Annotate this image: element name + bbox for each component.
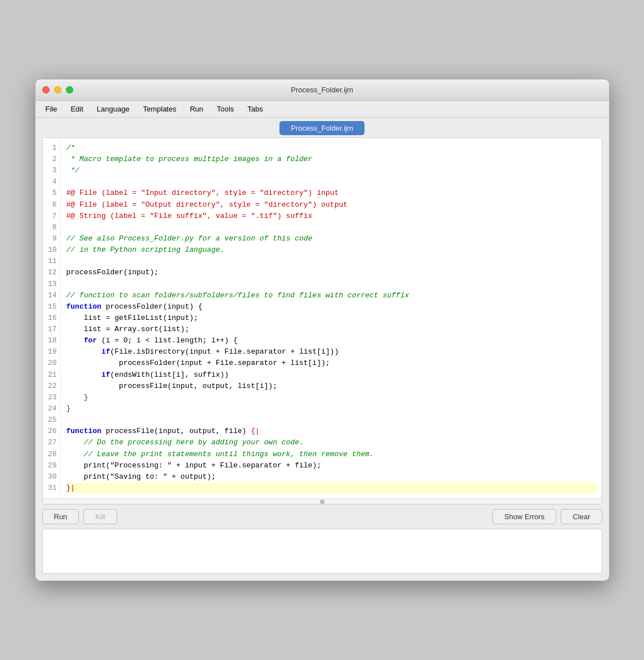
code-editor[interactable]: /* * Macro template to process multiple …	[61, 138, 602, 498]
output-area[interactable]	[42, 529, 602, 574]
menu-bar: File Edit Language Templates Run Tools T…	[35, 101, 609, 118]
code-line-24: }	[66, 403, 597, 414]
code-line-13	[66, 279, 597, 290]
title-bar: Process_Folder.ijm	[35, 79, 609, 101]
code-line-14: // function to scan folders/subfolders/f…	[66, 290, 597, 301]
active-tab[interactable]: Process_Folder.ijm	[279, 121, 365, 135]
code-line-2: * Macro template to process multiple ima…	[66, 154, 597, 165]
code-line-1: /*	[66, 142, 597, 154]
menu-tabs[interactable]: Tabs	[242, 103, 268, 115]
code-line-3: */	[66, 165, 597, 176]
code-line-22: processFile(input, output, list[i]);	[66, 381, 597, 392]
code-line-26: function processFile(input, output, file…	[66, 426, 597, 437]
code-line-5: #@ File (label = "Input directory", styl…	[66, 188, 597, 199]
menu-run[interactable]: Run	[184, 103, 209, 115]
editor-area: 12345 678910 1112131415 1617181920 21222…	[42, 137, 602, 505]
code-line-27: // Do the processing here by adding your…	[66, 437, 597, 448]
code-line-8	[66, 222, 597, 233]
code-line-11	[66, 256, 597, 267]
menu-edit[interactable]: Edit	[65, 103, 88, 115]
show-errors-button[interactable]: Show Errors	[492, 509, 557, 524]
tab-bar: Process_Folder.ijm	[35, 118, 609, 137]
scroll-dot	[320, 500, 325, 504]
code-line-10: // in the Python scripting language.	[66, 244, 597, 256]
code-line-19: if(File.isDirectory(input + File.separat…	[66, 346, 597, 358]
code-line-28: // Leave the print statements until thin…	[66, 449, 597, 460]
traffic-lights	[42, 86, 73, 93]
code-line-30: print("Saving to: " + output);	[66, 471, 597, 483]
code-line-31: }|	[66, 483, 597, 494]
code-line-23: }	[66, 392, 597, 403]
code-line-15: function processFolder(input) {	[66, 301, 597, 313]
minimize-button[interactable]	[54, 86, 61, 93]
main-window: Process_Folder.ijm File Edit Language Te…	[35, 79, 610, 581]
code-line-18: for (i = 0; i < list.length; i++) {	[66, 335, 597, 346]
code-line-6: #@ File (label = "Output directory", sty…	[66, 199, 597, 211]
clear-button[interactable]: Clear	[561, 509, 602, 524]
code-line-21: if(endsWith(list[i], suffix))	[66, 369, 597, 381]
code-container[interactable]: 12345 678910 1112131415 1617181920 21222…	[43, 138, 602, 498]
window-title: Process_Folder.ijm	[291, 86, 353, 94]
kill-button[interactable]: Kill	[83, 509, 117, 524]
line-numbers: 12345 678910 1112131415 1617181920 21222…	[43, 138, 61, 498]
run-button[interactable]: Run	[42, 509, 79, 524]
code-line-4	[66, 176, 597, 188]
maximize-button[interactable]	[66, 86, 73, 93]
close-button[interactable]	[42, 86, 50, 93]
code-line-29: print("Processing: " + input + File.sepa…	[66, 460, 597, 471]
menu-tools[interactable]: Tools	[211, 103, 239, 115]
horizontal-scrollbar[interactable]	[43, 498, 602, 504]
code-line-20: processFolder(input + File.separator + l…	[66, 358, 597, 369]
code-line-12: processFolder(input);	[66, 267, 597, 278]
menu-file[interactable]: File	[40, 103, 63, 115]
menu-language[interactable]: Language	[91, 103, 135, 115]
menu-templates[interactable]: Templates	[137, 103, 182, 115]
code-line-17: list = Array.sort(list);	[66, 324, 597, 335]
code-line-25	[66, 414, 597, 426]
code-line-16: list = getFileList(input);	[66, 313, 597, 324]
code-line-7: #@ String (label = "File suffix", value …	[66, 211, 597, 222]
code-line-9: // See also Process_Folder.py for a vers…	[66, 233, 597, 244]
bottom-toolbar: Run Kill Show Errors Clear	[35, 505, 609, 529]
